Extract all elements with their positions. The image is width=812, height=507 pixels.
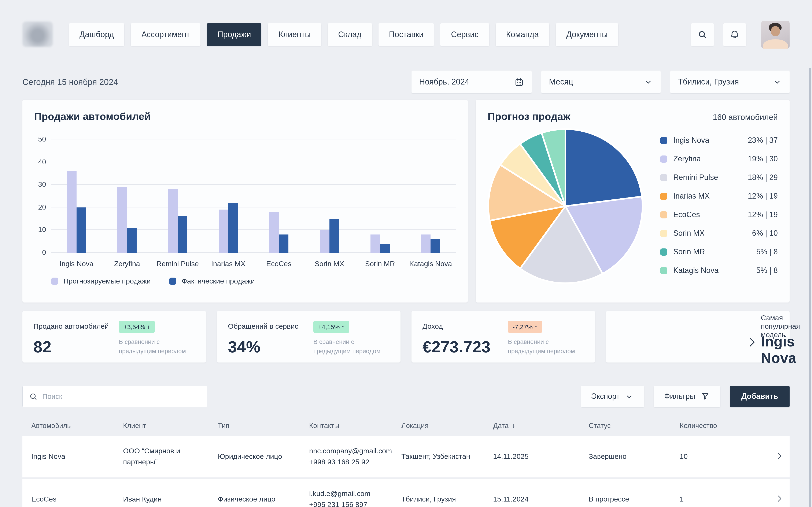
pie-header: Прогноз продаж 160 автомобилей xyxy=(488,111,778,122)
export-button[interactable]: Экспорт xyxy=(581,386,644,407)
pie-legend-label: Remini Pulse xyxy=(673,173,742,182)
qty-cell: 1 xyxy=(679,494,769,505)
bar-group-sorin-mx xyxy=(306,139,353,252)
bar-прогнозируемые-продажи-katagis-nova xyxy=(421,234,430,252)
column-header-label: Контакты xyxy=(309,421,339,430)
nav-tab-команда[interactable]: Команда xyxy=(496,23,549,46)
filter-bar: Ноябрь, 2024 Месяц Тбилиси, Грузия xyxy=(411,70,790,93)
avatar[interactable] xyxy=(761,21,790,49)
chevron-right-icon[interactable] xyxy=(746,336,758,350)
column-header-label: Клиент xyxy=(123,421,146,430)
avatar-face xyxy=(771,26,780,36)
stat-value: 34% xyxy=(228,338,311,356)
column-header-локация[interactable]: Локация xyxy=(401,421,493,430)
column-header-контакты[interactable]: Контакты xyxy=(309,421,401,430)
search-input[interactable] xyxy=(42,392,201,401)
bar-фактические-продажи-sorin-mr xyxy=(380,243,390,252)
scrollbar-thumb[interactable] xyxy=(809,68,811,507)
month-picker[interactable]: Ноябрь, 2024 xyxy=(411,70,531,93)
bar-chart-categories: Ingis NovaZeryfinaRemini PulseInarias MX… xyxy=(51,259,456,269)
nav-tab-продажи[interactable]: Продажи xyxy=(207,23,262,46)
trend-badge: +3,54% ↑ xyxy=(119,321,155,333)
nav-tab-дашборд[interactable]: Дашборд xyxy=(69,23,124,46)
bar-прогнозируемые-продажи-zeryfina xyxy=(117,187,127,252)
pie-legend-label: Zeryfina xyxy=(673,155,742,164)
pie-body: Ingis Nova23% | 37Zeryfina19% | 30Remini… xyxy=(488,122,778,286)
filters-button[interactable]: Фильтры xyxy=(654,386,720,407)
legend-swatch xyxy=(660,230,667,237)
nav-tab-клиенты[interactable]: Клиенты xyxy=(268,23,321,46)
pie-legend-value: 18% | 29 xyxy=(748,173,778,182)
type-cell: Юридическое лицо xyxy=(218,451,309,462)
notifications-button[interactable] xyxy=(723,23,746,46)
column-header-тип[interactable]: Тип xyxy=(218,421,309,430)
bar-chart: 01020304050 xyxy=(34,139,456,252)
bar-прогнозируемые-продажи-ecoces xyxy=(269,212,279,252)
location-select[interactable]: Тбилиси, Грузия xyxy=(670,70,790,93)
stat-note: В сравнении с предыдущим периодом xyxy=(508,337,584,356)
search-button[interactable] xyxy=(691,23,714,46)
bar-фактические-продажи-sorin-mx xyxy=(329,219,339,252)
bar-фактические-продажи-remini-pulse xyxy=(177,217,187,253)
legend-swatch xyxy=(169,278,176,285)
date-cell: 15.11.2024 xyxy=(493,494,589,505)
category-label-sorin-mx: Sorin MX xyxy=(306,259,353,269)
car-sales-bar-chart-card: Продажи автомобилей 01020304050 Ingis No… xyxy=(22,100,468,302)
pie-legend-value: 19% | 30 xyxy=(748,155,778,164)
column-header-label: Тип xyxy=(218,421,230,430)
bell-icon xyxy=(729,30,740,40)
chevron-down-icon xyxy=(644,77,653,87)
location-cell: Такшент, Узбекистан xyxy=(401,451,493,462)
legend-swatch xyxy=(660,248,667,256)
column-header-label: Дата xyxy=(493,421,509,430)
nav-tab-документы[interactable]: Документы xyxy=(556,23,618,46)
bar-group-katagis-nova xyxy=(407,139,454,252)
stats-row: Продано автомобилей+3,54% ↑82В сравнении… xyxy=(22,311,790,362)
column-header-дата[interactable]: Дата↓ xyxy=(493,421,589,430)
contacts-cell: i.kud.e@gmail.com +995 231 156 897 xyxy=(309,488,401,507)
nav-tab-сервис[interactable]: Сервис xyxy=(441,23,489,46)
legend-swatch xyxy=(660,267,667,274)
stat-card-доход: Доход-7,27% ↑€273.723В сравнении с преды… xyxy=(411,311,595,362)
pie-legend-label: Inarias MX xyxy=(673,192,742,201)
column-header-label: Автомобиль xyxy=(31,421,71,430)
legend-item-прогнозируемые-продажи: Прогнозируемые продажи xyxy=(51,277,151,285)
nav-tab-ассортимент[interactable]: Ассортимент xyxy=(131,23,201,46)
pie-chart xyxy=(485,126,646,286)
column-header-количество[interactable]: Количество xyxy=(679,421,769,430)
sales-forecast-pie-card: Прогноз продаж 160 автомобилей Ingis Nov… xyxy=(476,100,790,302)
add-button[interactable]: Добавить xyxy=(730,386,790,407)
pie-legend-row-katagis-nova: Katagis Nova5% | 8 xyxy=(660,266,778,275)
column-header-label: Локация xyxy=(401,421,428,430)
table-row-ecoces[interactable]: EcoCesИван КудинФизическое лицоi.kud.e@g… xyxy=(22,479,790,507)
legend-label: Прогнозируемые продажи xyxy=(63,277,151,285)
search-icon xyxy=(697,30,708,40)
y-tick-10: 10 xyxy=(38,226,46,234)
orders-table: АвтомобильКлиентТипКонтактыЛокацияДата↓С… xyxy=(22,416,790,507)
bar-group-inarias-mx xyxy=(205,139,251,252)
table-row-ingis-nova[interactable]: Ingis NovaООО “Смирнов и партнеры”Юридич… xyxy=(22,436,790,477)
category-label-remini-pulse: Remini Pulse xyxy=(154,259,201,269)
nav-tab-поставки[interactable]: Поставки xyxy=(378,23,434,46)
stat-card-самая-популярная-модель[interactable]: Самая популярная модельIngis Nova xyxy=(606,311,790,362)
logo xyxy=(22,21,53,47)
pie-legend-value: 12% | 19 xyxy=(748,210,778,219)
column-header-клиент[interactable]: Клиент xyxy=(123,421,218,430)
legend-swatch xyxy=(660,137,667,144)
stat-value: Ingis Nova xyxy=(761,333,778,366)
column-header-автомобиль[interactable]: Автомобиль xyxy=(31,421,123,430)
category-label-inarias-mx: Inarias MX xyxy=(205,259,251,269)
bar-group-remini-pulse xyxy=(154,139,201,252)
stat-note: В сравнении с предыдущим периодом xyxy=(119,337,195,356)
bar-chart-legend: Прогнозируемые продажиФактические продаж… xyxy=(51,277,456,285)
qty-cell: 10 xyxy=(679,451,769,462)
period-select[interactable]: Месяц xyxy=(541,70,661,93)
chevron-right-icon[interactable] xyxy=(775,451,784,462)
stat-label: Обращений в сервис xyxy=(228,322,311,331)
search-icon xyxy=(29,392,38,401)
pie-legend-label: Sorin MR xyxy=(673,247,751,257)
nav-tab-склад[interactable]: Склад xyxy=(327,23,372,46)
chevron-right-icon[interactable] xyxy=(775,494,784,505)
column-header-статус[interactable]: Статус xyxy=(589,421,679,430)
legend-swatch xyxy=(660,211,667,218)
